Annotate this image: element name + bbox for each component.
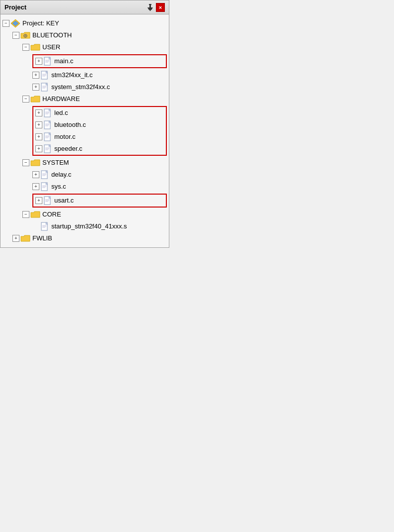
system-stm32-file-icon — [40, 82, 49, 92]
pin-icon[interactable] — [146, 3, 154, 11]
main-label: main.c — [54, 56, 73, 66]
svg-rect-3 — [149, 10, 150, 11]
core-folder-icon — [30, 211, 40, 218]
hardware-label: HARDWARE — [42, 94, 80, 104]
delay-label: delay.c — [51, 170, 71, 180]
file-system-stm32[interactable]: + system_stm32f4xx.c — [32, 81, 167, 93]
root-expand[interactable]: − — [2, 20, 9, 27]
project-icon — [10, 19, 20, 28]
file-usart-c[interactable]: + usart.c — [33, 195, 166, 207]
motor-file-icon — [43, 132, 52, 142]
hardware-expand[interactable]: − — [22, 96, 29, 103]
stm32-it-expand[interactable]: + — [32, 72, 39, 79]
led-file-icon — [43, 108, 52, 118]
system-label: SYSTEM — [42, 158, 69, 168]
file-speeder-c[interactable]: + speeder.c — [33, 143, 166, 155]
motor-expand[interactable]: + — [35, 133, 42, 140]
root-label: Project: KEY — [22, 18, 59, 28]
delay-expand[interactable]: + — [32, 171, 39, 178]
main-file-icon — [43, 56, 52, 66]
fwlib-label: FWLIB — [32, 233, 52, 243]
system-stm32-expand[interactable]: + — [32, 84, 39, 91]
delay-file-icon — [40, 170, 49, 180]
stm32-it-label: stm32f4xx_it.c — [51, 70, 93, 80]
folder-user[interactable]: − USER — [22, 41, 167, 53]
speeder-label: speeder.c — [54, 144, 82, 154]
user-label: USER — [42, 42, 60, 52]
panel-title: Project — [4, 3, 26, 11]
file-led-c[interactable]: + led.c — [33, 107, 166, 119]
startup-label: startup_stm32f40_41xxx.s — [51, 221, 127, 231]
panel-header: Project × — [0, 0, 169, 14]
startup-expand-placeholder — [32, 223, 39, 230]
tree-root[interactable]: − Project: KEY — [2, 17, 167, 29]
motor-label: motor.c — [54, 132, 76, 142]
svg-point-7 — [25, 35, 26, 36]
file-motor-c[interactable]: + motor.c — [33, 131, 166, 143]
project-panel: Project × − — [0, 0, 169, 248]
file-sys-c[interactable]: + sys.c — [32, 181, 167, 193]
header-icons: × — [146, 3, 165, 12]
user-folder-icon — [30, 43, 40, 51]
highlight-main: + main.c — [32, 54, 167, 68]
fwlib-expand[interactable]: + — [12, 235, 19, 242]
close-button[interactable]: × — [156, 3, 165, 12]
hardware-folder-icon — [30, 95, 40, 103]
bluetooth-c-file-icon — [43, 120, 52, 130]
bluetooth-c-label: bluetooth.c — [54, 120, 86, 130]
highlight-usart: + usart.c — [32, 194, 167, 208]
file-bluetooth-c[interactable]: + bluetooth.c — [33, 119, 166, 131]
stm32-it-file-icon — [40, 70, 49, 80]
project-tree: − Project: KEY − — [0, 14, 169, 247]
sys-expand[interactable]: + — [32, 183, 39, 190]
user-expand[interactable]: − — [22, 44, 29, 51]
core-expand[interactable]: − — [22, 211, 29, 218]
usart-label: usart.c — [54, 196, 74, 206]
speeder-file-icon — [43, 144, 52, 154]
highlight-hardware: + led.c + — [32, 106, 167, 156]
system-expand[interactable]: − — [22, 159, 29, 166]
led-expand[interactable]: + — [35, 109, 42, 116]
file-delay-c[interactable]: + delay.c — [32, 169, 167, 181]
svg-rect-1 — [149, 5, 151, 7]
folder-bluetooth[interactable]: − BLUETOOTH — [12, 29, 167, 41]
system-folder-icon — [30, 159, 40, 167]
file-main-c[interactable]: + main.c — [33, 55, 166, 67]
bluetooth-folder-icon — [20, 31, 30, 39]
speeder-expand[interactable]: + — [35, 145, 42, 152]
system-stm32-label: system_stm32f4xx.c — [51, 82, 110, 92]
usart-file-icon — [43, 196, 52, 206]
folder-fwlib[interactable]: + FWLIB — [12, 232, 167, 244]
bluetooth-label: BLUETOOTH — [32, 30, 72, 40]
core-label: CORE — [42, 210, 61, 219]
svg-marker-2 — [147, 7, 153, 10]
file-stm32-it[interactable]: + stm32f4xx_it.c — [32, 69, 167, 81]
folder-hardware[interactable]: − HARDWARE — [22, 93, 167, 105]
file-startup[interactable]: startup_stm32f40_41xxx.s — [32, 220, 167, 232]
fwlib-folder-icon — [20, 234, 30, 242]
folder-core[interactable]: − CORE — [22, 209, 167, 220]
sys-file-icon — [40, 182, 49, 192]
svg-rect-0 — [149, 4, 151, 5]
folder-system[interactable]: − SYSTEM — [22, 157, 167, 169]
main-expand[interactable]: + — [35, 58, 42, 65]
startup-file-icon — [40, 221, 49, 231]
usart-expand[interactable]: + — [35, 197, 42, 204]
led-label: led.c — [54, 108, 68, 118]
bluetooth-c-expand[interactable]: + — [35, 121, 42, 128]
bluetooth-expand[interactable]: − — [12, 32, 19, 39]
sys-label: sys.c — [51, 182, 66, 192]
